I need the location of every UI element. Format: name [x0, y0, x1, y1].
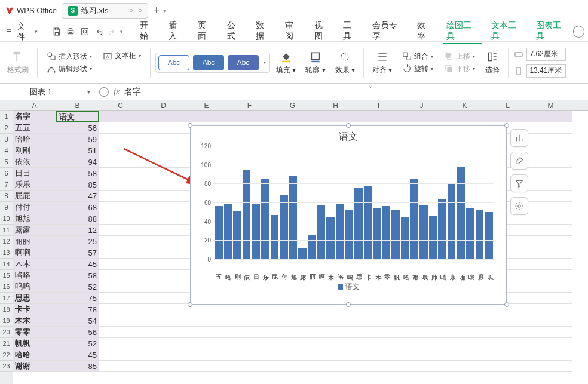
col-header-E[interactable]: E	[185, 100, 228, 110]
cell[interactable]: 咯咯	[13, 270, 56, 281]
col-header-H[interactable]: H	[314, 100, 357, 110]
select-button[interactable]: 选择	[482, 48, 503, 76]
row-header[interactable]: 1	[0, 111, 13, 122]
cell[interactable]: 75	[56, 293, 99, 304]
chart-bar[interactable]	[373, 208, 381, 260]
menu-chart-tools[interactable]: 图表工具	[532, 19, 571, 44]
col-header-L[interactable]: L	[486, 100, 529, 110]
chart-bar[interactable]	[289, 176, 298, 259]
cell[interactable]: 乐乐	[13, 179, 56, 191]
chart-bar[interactable]	[364, 186, 372, 260]
chart-bar[interactable]	[419, 205, 428, 259]
cell[interactable]: 露露	[13, 225, 56, 236]
chart-bar[interactable]	[401, 217, 409, 259]
undo-icon[interactable]	[92, 25, 105, 38]
menu-text-tools[interactable]: 文本工具	[488, 19, 526, 44]
cell[interactable]: 木木	[13, 315, 56, 327]
menu-member[interactable]: 会员专享	[369, 19, 408, 44]
chart-legend[interactable]: 语文	[191, 278, 506, 292]
rotate-button[interactable]: 旋转▾	[400, 63, 435, 75]
chart-bar[interactable]	[382, 206, 391, 259]
chart-styles-button[interactable]	[510, 152, 528, 170]
cell[interactable]: 木木	[13, 259, 56, 270]
cell[interactable]: 51	[56, 145, 99, 156]
cell[interactable]: 68	[56, 202, 99, 213]
document-tab[interactable]: S 练习.xls	[62, 3, 149, 19]
select-all-corner[interactable]	[0, 100, 13, 111]
table-row[interactable]: 零零56	[13, 327, 588, 338]
chart-settings-button[interactable]	[510, 197, 528, 215]
cell-A1[interactable]: 名字	[13, 111, 56, 122]
cell[interactable]: 哈哈	[13, 134, 56, 145]
redo-icon[interactable]	[106, 25, 118, 38]
menu-data[interactable]: 数据	[252, 19, 275, 44]
chart-object[interactable]: 语文 020406080100120 五五哈哈刚刚依依日日乐乐屁屁付付旭旭露露丽…	[190, 125, 507, 305]
row-header[interactable]: 4	[0, 145, 13, 156]
cell[interactable]: 刚刚	[13, 145, 56, 156]
row-header[interactable]: 6	[0, 168, 13, 179]
cell[interactable]: 12	[56, 225, 99, 236]
name-box[interactable]: 图表 1 ▾	[0, 87, 94, 97]
cell[interactable]: 谢谢	[13, 361, 56, 372]
resize-handle[interactable]	[188, 123, 192, 128]
cell[interactable]: 56	[56, 327, 99, 338]
cell[interactable]: 思思	[13, 293, 56, 304]
cell[interactable]: 45	[56, 349, 99, 361]
cell[interactable]: 78	[56, 304, 99, 315]
row-header[interactable]: 23	[0, 361, 13, 372]
cell[interactable]: 25	[56, 236, 99, 247]
cell[interactable]: 卡卡	[13, 304, 56, 315]
chart-bar[interactable]	[438, 199, 446, 259]
fx-icon[interactable]: fx	[114, 87, 120, 97]
col-header-C[interactable]: C	[99, 100, 142, 110]
menu-start[interactable]: 开始	[136, 19, 160, 44]
row-header[interactable]: 8	[0, 191, 13, 202]
menu-efficiency[interactable]: 效率	[414, 19, 437, 44]
chart-bar[interactable]	[466, 208, 474, 260]
cell[interactable]: 五五	[13, 122, 56, 134]
chart-bar[interactable]	[410, 179, 418, 259]
cell[interactable]: 59	[56, 134, 99, 145]
chart-bar[interactable]	[261, 179, 270, 259]
save-icon[interactable]	[50, 25, 63, 38]
style-swatch-3[interactable]: Abc	[228, 55, 259, 70]
chart-bar[interactable]	[476, 210, 484, 259]
chart-bar[interactable]	[326, 217, 335, 259]
row-header[interactable]: 7	[0, 179, 13, 191]
row-header[interactable]: 5	[0, 156, 13, 168]
col-header-A[interactable]: A	[13, 100, 56, 110]
print-icon[interactable]	[65, 25, 77, 38]
row-header[interactable]: 12	[0, 236, 13, 247]
chart-bar[interactable]	[457, 167, 465, 259]
cell[interactable]: 日日	[13, 168, 56, 179]
row-header[interactable]: 3	[0, 134, 13, 145]
cell[interactable]: 呜呜	[13, 281, 56, 293]
row-header[interactable]: 10	[0, 213, 13, 225]
cell[interactable]: 屁屁	[13, 191, 56, 202]
row-header[interactable]: 15	[0, 270, 13, 281]
cell[interactable]: 丽丽	[13, 236, 56, 247]
cell[interactable]: 52	[56, 338, 99, 349]
menu-page[interactable]: 页面	[194, 19, 218, 44]
chart-bar[interactable]	[280, 195, 288, 259]
row-header[interactable]: 9	[0, 202, 13, 213]
cell[interactable]: 57	[56, 247, 99, 259]
row-header[interactable]: 14	[0, 259, 13, 270]
format-painter-button[interactable]: 格式刷	[4, 48, 32, 76]
menu-insert[interactable]: 插入	[165, 19, 188, 44]
table-row[interactable]: 哈哈45	[13, 349, 588, 361]
col-header-G[interactable]: G	[271, 100, 314, 110]
col-header-D[interactable]: D	[142, 100, 185, 110]
table-row[interactable]: 木木54	[13, 315, 588, 327]
effect-button[interactable]: 效果 ▾	[332, 48, 359, 76]
table-row[interactable]: 名字 语文	[13, 111, 588, 122]
table-row[interactable]: 谢谢85	[13, 361, 588, 372]
cell[interactable]: 依依	[13, 156, 56, 168]
chart-bar[interactable]	[252, 204, 260, 259]
row-header[interactable]: 22	[0, 349, 13, 361]
file-menu[interactable]: 文件▾	[15, 20, 40, 44]
shape-style-gallery[interactable]: Abc Abc Abc ▸	[155, 53, 270, 73]
cell-B1-selected[interactable]: 语文	[56, 111, 99, 122]
resize-handle[interactable]	[504, 123, 509, 128]
cell[interactable]: 58	[56, 168, 99, 179]
